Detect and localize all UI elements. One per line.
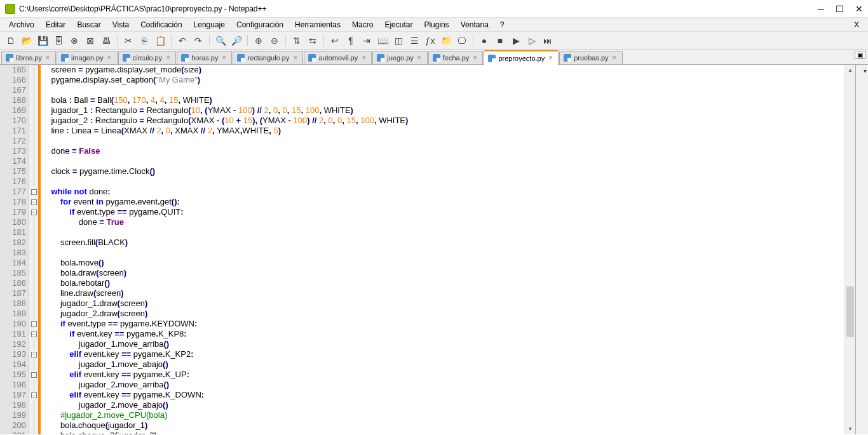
tab-fecha-py[interactable]: fecha.py✕ [428,51,484,64]
zoom-in-button[interactable]: ⊕ [252,34,266,48]
file-icon [308,54,316,62]
scroll-up-icon[interactable]: ▲ [845,65,855,76]
menu-item-archivo[interactable]: Archivo [4,19,39,30]
all-chars-button[interactable]: ¶ [344,34,358,48]
paste-button[interactable]: 📋 [153,34,167,48]
folder-button[interactable]: 📁 [439,34,453,48]
save-button[interactable]: 💾 [36,34,50,48]
tab-circulo-py[interactable]: circulo.py✕ [118,51,176,64]
app-icon [5,4,15,14]
fold-column[interactable]: −−−−−−−− [29,65,38,434]
tab-close-icon[interactable]: ✕ [106,55,113,62]
menu-item-lenguaje[interactable]: Lenguaje [189,19,230,30]
tab-label: rectangulo.py [247,54,289,62]
redo-button[interactable]: ↷ [191,34,205,48]
stop-button[interactable]: ■ [493,34,507,48]
title-bar: C:\Users\corre\Desktop\PRÁCTICAS\prac10\… [0,0,868,18]
tab-label: fecha.py [443,54,470,62]
tab-close-icon[interactable]: ✕ [165,55,172,62]
tab-close-icon[interactable]: ✕ [547,55,554,62]
vertical-scrollbar[interactable]: ▲ ▼ [844,65,855,434]
tab-close-icon[interactable]: ✕ [360,55,367,62]
close-all-button[interactable]: ⊠ [83,34,97,48]
cut-button[interactable]: ✂ [121,34,135,48]
menu-item-configuración[interactable]: Configuración [231,19,288,30]
doc-list-button[interactable]: ☰ [407,34,421,48]
line-number-gutter[interactable]: 1651661671681691701711721731741751761771… [0,65,29,434]
window-title: C:\Users\corre\Desktop\PRÁCTICAS\prac10\… [19,4,818,13]
minimize-button[interactable]: ─ [818,4,824,14]
new-button[interactable]: 🗋 [4,34,18,48]
tab-preproyecto-py[interactable]: preproyecto.py✕ [484,50,559,65]
restore-panel-icon[interactable]: ▣ [855,51,865,59]
replace-button[interactable]: 🔎 [229,34,243,48]
play-button[interactable]: ▶ [509,34,523,48]
play-multi-button[interactable]: ⏭ [541,34,555,48]
tab-label: juego.py [387,54,414,62]
menu-item-ejecutar[interactable]: Ejecutar [379,19,417,30]
monitor-button[interactable]: 🖵 [455,34,469,48]
menu-item-herramientas[interactable]: Herramientas [290,19,346,30]
menu-item-ventana[interactable]: Ventana [456,19,494,30]
close-button[interactable]: ✕ [855,4,863,14]
tab-rectangulo-py[interactable]: rectangulo.py✕ [233,51,303,64]
menu-item-buscar[interactable]: Buscar [72,19,105,30]
tab-close-icon[interactable]: ✕ [220,55,227,62]
indent-button[interactable]: ⇥ [360,34,374,48]
side-panel[interactable]: ▾ [855,65,868,434]
workspace: 1651661671681691701711721731741751761771… [0,65,868,434]
scroll-thumb[interactable] [846,286,854,337]
sync-h-button[interactable]: ⇆ [306,34,320,48]
tab-libros-py[interactable]: libros.py✕ [1,51,56,64]
file-icon [123,54,130,62]
find-button[interactable]: 🔍 [214,34,227,48]
side-panel-tab[interactable]: ▾ [864,67,867,74]
menu-item-?[interactable]: ? [495,19,510,30]
wrap-button[interactable]: ↩ [328,34,342,48]
tab-pruebas-py[interactable]: pruebas.py✕ [559,51,622,64]
run-button[interactable]: ▷ [525,34,539,48]
tab-close-icon[interactable]: ✕ [292,55,299,62]
print-button[interactable]: 🖶 [99,34,113,48]
scroll-down-icon[interactable]: ▼ [845,424,855,434]
file-icon [433,54,440,62]
close-button[interactable]: ⊗ [67,34,81,48]
tab-label: preproyecto.py [498,55,545,62]
tab-label: libros.py [16,54,42,62]
copy-button[interactable]: ⎘ [137,34,151,48]
record-button[interactable]: ● [477,34,491,48]
undo-button[interactable]: ↶ [175,34,189,48]
sync-v-button[interactable]: ⇅ [290,34,304,48]
menubar-close-icon[interactable]: X [849,20,864,29]
tab-horas-py[interactable]: horas.py✕ [177,51,232,64]
save-all-button[interactable]: 🗄 [51,34,65,48]
menu-item-codificación[interactable]: Codificación [135,19,187,30]
editor[interactable]: 1651661671681691701711721731741751761771… [0,65,855,434]
zoom-out-button[interactable]: ⊖ [268,34,281,48]
file-icon [6,54,13,62]
code-area[interactable]: screen = pygame.display.set_mode(size) p… [41,65,844,434]
tab-imagen-py[interactable]: imagen.py✕ [57,51,118,64]
file-icon [61,54,69,62]
maximize-button[interactable]: ☐ [836,4,844,14]
tab-label: horas.py [191,54,218,62]
file-icon [564,54,571,62]
tab-close-icon[interactable]: ✕ [416,55,423,62]
tab-close-icon[interactable]: ✕ [611,55,618,62]
lang-button[interactable]: 📖 [376,34,390,48]
menu-bar: ArchivoEditarBuscarVistaCodificaciónLeng… [0,18,868,32]
open-button[interactable]: 📂 [20,34,34,48]
file-icon [488,55,496,62]
menu-item-macro[interactable]: Macro [347,19,378,30]
menu-item-editar[interactable]: Editar [41,19,71,30]
tab-juego-py[interactable]: juego.py✕ [372,51,428,64]
tab-close-icon[interactable]: ✕ [44,55,51,62]
tab-close-icon[interactable]: ✕ [471,55,478,62]
file-icon [181,54,189,62]
func-list-button[interactable]: ƒx [423,34,437,48]
menu-item-vista[interactable]: Vista [107,19,134,30]
doc-map-button[interactable]: ◫ [391,34,405,48]
file-icon [377,54,384,62]
menu-item-plugins[interactable]: Plugins [419,19,454,30]
tab-automovil-py[interactable]: automovil.py✕ [304,51,372,64]
